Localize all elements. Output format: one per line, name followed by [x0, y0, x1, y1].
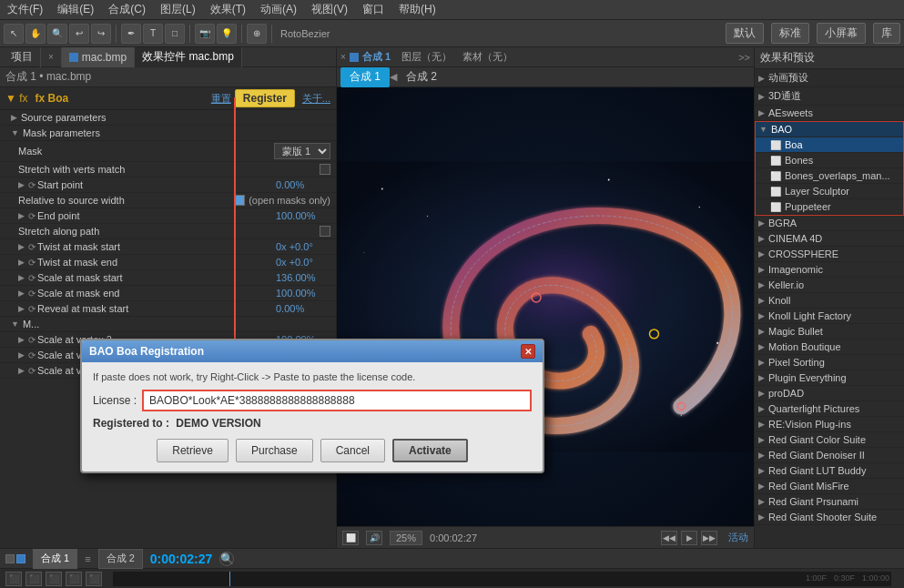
tree-prodad[interactable]: ▶ proDAD	[755, 386, 904, 401]
tree-knoll[interactable]: ▶ Knoll	[755, 293, 904, 309]
tree-imagenomic[interactable]: ▶ Imagenomic	[755, 262, 904, 278]
tree-bao[interactable]: ▼ BAO	[756, 122, 903, 137]
timeline-track[interactable]: 1:00F0:30F1:00:00	[113, 572, 891, 586]
tree-knoll-light[interactable]: ▶ Knoll Light Factory	[755, 309, 904, 324]
menu-view[interactable]: 视图(V)	[304, 2, 355, 17]
zoom-level[interactable]: 25%	[390, 531, 422, 545]
tree-rg-denoiser[interactable]: ▶ Red Giant Denoiser II	[755, 448, 904, 463]
toolbar-camera[interactable]: 📷	[195, 24, 215, 44]
stretch-path-checkbox[interactable]	[320, 226, 330, 237]
about-link[interactable]: 关于...	[302, 92, 330, 106]
menu-window[interactable]: 窗口	[355, 2, 391, 17]
toolbar-pen[interactable]: ✒	[121, 24, 141, 44]
tree-rg-color[interactable]: ▶ Red Giant Color Suite	[755, 432, 904, 448]
menu-help[interactable]: 帮助(H)	[391, 2, 443, 17]
btn-library[interactable]: 库	[873, 23, 900, 44]
twist-start-value[interactable]: 0x +0.0°	[276, 241, 330, 252]
btn-standard[interactable]: 标准	[771, 23, 809, 44]
tl-btn2[interactable]: ⬛	[25, 572, 42, 586]
menu-file[interactable]: 文件(F)	[0, 2, 50, 17]
source-params-row[interactable]: ▶ Source parameters	[0, 110, 336, 126]
tree-quarterlight[interactable]: ▶ Quarterlight Pictures	[755, 401, 904, 417]
preview-audio-btn[interactable]: 🔊	[366, 531, 382, 545]
tree-3d[interactable]: ▶ 3D通道	[755, 87, 904, 106]
reveal-start-value[interactable]: 0.00%	[276, 303, 330, 314]
toolbar-rotate[interactable]: ↩	[69, 24, 89, 44]
ram-preview[interactable]: 活动	[728, 531, 748, 545]
relative-checkbox[interactable]	[234, 195, 245, 206]
tl-btn3[interactable]: ⬛	[46, 572, 62, 586]
tree-item-layer-sculptor[interactable]: ⬜ Layer Sculptor	[756, 184, 903, 199]
toolbar-light[interactable]: 💡	[217, 24, 237, 44]
tl-btn1[interactable]: ⬛	[5, 572, 22, 586]
tree-crossphere[interactable]: ▶ CROSSPHERE	[755, 247, 904, 262]
tree-item-puppeteer[interactable]: ⬜ Puppeteer	[756, 199, 903, 215]
tree-anim-presets[interactable]: ▶ 动画预设	[755, 69, 904, 87]
tree-cinema4d[interactable]: ▶ CINEMA 4D	[755, 231, 904, 247]
close-comp1[interactable]: ×	[340, 52, 346, 62]
toolbar-text[interactable]: T	[143, 24, 163, 44]
toolbar-redo[interactable]: ↪	[91, 24, 111, 44]
comp2-bottom-tab[interactable]: 合成 2	[98, 549, 143, 569]
toolbar-anchor[interactable]: ⊕	[247, 24, 267, 44]
register-button[interactable]: Register	[235, 89, 295, 107]
menu-edit[interactable]: 编辑(E)	[50, 2, 101, 17]
next-frame[interactable]: ▶▶	[701, 531, 717, 545]
toolbar-hand[interactable]: ✋	[25, 24, 46, 44]
comp1-bottom-tab[interactable]: 合成 1	[33, 549, 77, 569]
scale-start-value[interactable]: 136.00%	[276, 272, 330, 283]
tree-aesweets[interactable]: ▶ AEsweets	[755, 106, 904, 121]
tl-btn5[interactable]: ⬛	[86, 572, 102, 586]
tab-project[interactable]: 项目	[4, 47, 41, 67]
tree-rg-shooter[interactable]: ▶ Red Giant Shooter Suite	[755, 510, 904, 525]
tab-macbmp[interactable]: mac.bmp	[62, 47, 135, 67]
purchase-button[interactable]: Purchase	[236, 439, 313, 462]
tree-pixel-sorting[interactable]: ▶ Pixel Sorting	[755, 355, 904, 370]
twist-end-value[interactable]: 0x +0.0°	[276, 257, 330, 268]
preview-render-btn[interactable]: ⬜	[342, 531, 359, 545]
btn-default[interactable]: 默认	[726, 23, 764, 44]
tree-rg-misfire[interactable]: ▶ Red Giant MisFire	[755, 479, 904, 494]
reset-link[interactable]: 重置	[211, 92, 231, 106]
comp1-tab-active[interactable]: 合成 1	[362, 50, 391, 64]
play-btn[interactable]: ▶	[681, 531, 697, 545]
license-input[interactable]	[142, 390, 532, 411]
tl-btn4[interactable]: ⬛	[66, 572, 82, 586]
toolbar-zoom[interactable]: 🔍	[47, 24, 67, 44]
expand-btn[interactable]: >>	[738, 52, 750, 63]
scale-end-value[interactable]: 100.00%	[276, 288, 330, 299]
toolbar-select[interactable]: ↖	[4, 24, 24, 44]
tree-motion-boutique[interactable]: ▶ Motion Boutique	[755, 340, 904, 355]
dialog-close-button[interactable]: ✕	[521, 344, 535, 359]
tree-item-bones[interactable]: ⬜ Bones	[756, 153, 903, 168]
menu-animation[interactable]: 动画(A)	[253, 2, 304, 17]
prev-frame[interactable]: ◀◀	[661, 531, 677, 545]
tree-item-boa[interactable]: ⬜ Boa	[756, 137, 903, 153]
stretch-verts-checkbox[interactable]	[320, 164, 330, 175]
end-point-value[interactable]: 100.00%	[276, 210, 330, 221]
menu-effect[interactable]: 效果(T)	[203, 2, 253, 17]
tree-bgra[interactable]: ▶ BGRA	[755, 216, 904, 231]
tree-plugin-everything[interactable]: ▶ Plugin Everything	[755, 370, 904, 386]
mask-section2[interactable]: ▼ M...	[0, 317, 336, 332]
retrieve-button[interactable]: Retrieve	[157, 439, 229, 462]
menu-composition[interactable]: 合成(C)	[101, 2, 153, 17]
breadcrumb-comp1[interactable]: 合成 1	[340, 67, 390, 87]
menu-layer[interactable]: 图层(L)	[153, 2, 203, 17]
toolbar-shape[interactable]: □	[165, 24, 185, 44]
breadcrumb-comp2[interactable]: 合成 2	[397, 67, 446, 87]
mask-params-header[interactable]: ▼ Mask parameters	[0, 126, 336, 141]
tree-magic-bullet[interactable]: ▶ Magic Bullet	[755, 324, 904, 340]
activate-button[interactable]: Activate	[392, 439, 468, 462]
mask-dropdown[interactable]: 蒙版 1	[274, 143, 330, 159]
tree-kellerio[interactable]: ▶ Keller.io	[755, 278, 904, 293]
tree-rg-lut[interactable]: ▶ Red Giant LUT Buddy	[755, 463, 904, 479]
start-point-value[interactable]: 0.00%	[276, 179, 330, 190]
cancel-button[interactable]: Cancel	[320, 439, 385, 462]
btn-small-screen[interactable]: 小屏幕	[817, 23, 866, 44]
tree-rg-tsunami[interactable]: ▶ Red Giant Prsunami	[755, 494, 904, 510]
tree-item-bones-overlaps[interactable]: ⬜ Bones_overlaps_man...	[756, 168, 903, 184]
search-btn[interactable]: 🔍	[219, 552, 234, 566]
tree-revision[interactable]: ▶ RE:Vision Plug-ins	[755, 417, 904, 432]
tab-effects[interactable]: 效果控件 mac.bmp	[135, 47, 242, 67]
